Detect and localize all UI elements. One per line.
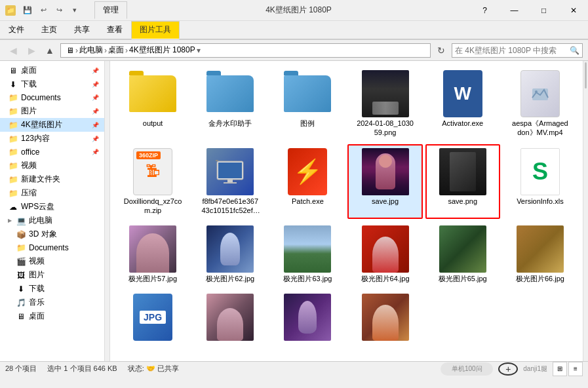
grid-view-btn[interactable]: ⊞ [553,362,567,376]
file-item-doxillion-zip[interactable]: 🗜 360ZIP Doxilliondq_xz7com.zip [115,144,190,220]
sidebar-item-4k-wallpaper[interactable]: 📁 4K壁纸图片 📌 [0,118,104,132]
sidebar-item-music-pc[interactable]: 🎵 音乐 [0,296,104,309]
file-item-versioninfo-xls[interactable]: S VersionInfo.xls [503,144,578,220]
sidebar-item-3d[interactable]: 📦 3D 对象 [0,227,104,241]
watermark-1: 单机100问 [441,362,493,376]
3d-icon: 📦 [16,229,26,240]
zoom-btn[interactable]: + [498,362,518,376]
save-quick-btn[interactable]: 💾 [21,4,34,17]
sidebar-item-documents-pc[interactable]: 📁 Documents [0,241,104,254]
sidebar-label: 新建文件夹 [21,174,60,185]
sidebar: 🖥 桌面 📌 ⬇ 下载 📌 📁 Documents 📌 📁 图片 📌 📁 4K壁… [0,61,105,361]
sidebar-item-video-pc[interactable]: 🎬 视频 [0,254,104,268]
content-scrollbar[interactable] [583,61,588,361]
sidebar-item-desktop-pc[interactable]: 🖥 桌面 [0,309,104,323]
dropdown-quick-btn[interactable]: ▾ [68,4,81,17]
sidebar-item-wps-cloud[interactable]: ☁ WPS云盘 [0,200,104,214]
file-item-aurora65[interactable]: 极光图片65.jpg [425,222,500,287]
path-part-3[interactable]: 4K壁纸图片 1080P [129,45,195,56]
sidebar-item-office[interactable]: 📁 office 📌 [0,146,104,159]
file-item-aurora63[interactable]: 极光图片63.jpg [270,222,345,287]
file-item-save-png[interactable]: save.png [425,144,500,220]
sidebar-label: 图片 [29,269,45,281]
file-item-bottom2[interactable] [193,290,267,346]
sidebar-item-this-pc[interactable]: ▶ 💻 此电脑 [0,214,104,227]
ribbon-tab-file[interactable]: 文件 [0,21,33,39]
path-part-1[interactable]: 此电脑 [79,45,103,56]
nav-up-btn[interactable]: ▲ [42,43,58,58]
svg-rect-3 [218,163,242,178]
address-path[interactable]: 🖥 › 此电脑 › 桌面 › 4K壁纸图片 1080P ▾ [60,43,431,58]
sidebar-label: WPS云盘 [21,201,54,212]
ribbon: 文件 主页 共享 查看 图片工具 [0,21,588,40]
desktop-icon: 🖥 [8,66,18,76]
sidebar-item-desktop-quick[interactable]: 🖥 桌面 📌 [0,64,104,77]
file-name: Doxilliondq_xz7com.zip [123,197,182,216]
file-name: save.png [448,197,477,206]
ribbon-tab-share[interactable]: 共享 [66,21,98,39]
file-item-patch-exe[interactable]: ⚡ Patch.exe [270,144,345,220]
file-item-f8fb-png[interactable]: f8fb47e0e61e36743c10151fc52efaf9.png [193,144,267,220]
undo-quick-btn[interactable]: ↩ [37,4,50,17]
title-bar-left: 📁 💾 ↩ ↪ ▾ [0,4,89,17]
file-name: 图例 [300,119,315,128]
sidebar-item-pictures-pc[interactable]: 🖼 图片 [0,268,104,282]
path-part-2[interactable]: 桌面 [108,45,124,56]
file-item-tuli[interactable]: 图例 [270,66,345,142]
ribbon-tab-picture-tools[interactable]: 图片工具 [131,21,180,39]
minimize-btn[interactable]: — [500,0,529,21]
nav-forward-btn[interactable]: ▶ [24,43,39,58]
sidebar-item-documents-quick[interactable]: 📁 Documents 📌 [0,91,104,104]
file-item-aurora57[interactable]: 极光图片57.jpg [115,222,190,287]
sidebar-label: 桌面 [21,65,37,76]
app-icon: 📁 [5,5,16,16]
file-item-activator[interactable]: W Activator.exe [425,66,500,142]
file-item-bottom4[interactable] [347,290,422,346]
ribbon-tab-home[interactable]: 主页 [33,21,66,39]
pin-icon: 📌 [92,94,99,101]
sidebar-item-video[interactable]: 📁 视频 [0,159,104,172]
sidebar-item-123content[interactable]: 📁 123内容 📌 [0,132,104,146]
file-name: aespa《Armageddon》MV.mp4 [511,119,570,138]
music-icon: 🎵 [16,298,26,308]
file-item-output[interactable]: output [115,66,190,142]
file-item-aurora64[interactable]: 极光图片64.jpg [347,222,422,287]
refresh-btn[interactable]: ↻ [433,43,449,58]
file-item-aurora66[interactable]: 极光图片66.jpg [503,222,578,287]
sidebar-item-downloads-pc[interactable]: ⬇ 下载 [0,282,104,296]
sidebar-label: Documents [21,93,61,102]
sidebar-item-pictures-quick[interactable]: 📁 图片 📌 [0,104,104,118]
sidebar-label: Documents [29,243,69,252]
file-thumb [284,225,331,273]
sidebar-label: 桌面 [29,311,45,322]
manage-tab[interactable]: 管理 [94,1,127,19]
search-box[interactable]: 🔍 [452,43,583,58]
sidebar-item-downloads-quick[interactable]: ⬇ 下载 📌 [0,77,104,91]
pin-icon: 📌 [92,136,99,142]
file-thumb [284,294,331,341]
folder-icon: 📁 [8,92,18,103]
file-item-aespa[interactable]: aespa《Armageddon》MV.mp4 [503,66,578,142]
file-item-2024png[interactable]: 2024-01-08_103059.png [347,66,422,142]
maximize-btn[interactable]: □ [529,0,559,21]
file-item-save-jpg[interactable]: save.jpg [347,144,422,220]
sidebar-item-compressed[interactable]: 📁 压缩 [0,186,104,200]
sidebar-scrollbar[interactable] [105,61,110,361]
file-item-jpg-large[interactable]: JPG [115,290,190,346]
redo-quick-btn[interactable]: ↪ [52,4,66,17]
expand-icon: ▶ [8,218,12,223]
file-thumb: JPG [129,294,176,341]
ribbon-tab-view[interactable]: 查看 [98,21,131,39]
file-item-jinshuishuiyin[interactable]: 金舟水印助手 [193,66,267,142]
search-input[interactable] [455,46,570,55]
file-item-aurora62[interactable]: 极光图片62.jpg [193,222,267,287]
close-btn[interactable]: ✕ [559,0,588,21]
title-bar-tabs: 管理 [94,1,127,19]
nav-back-btn[interactable]: ◀ [5,43,21,58]
list-view-btn[interactable]: ≡ [568,362,583,376]
file-thumb: 🗜 360ZIP [129,148,176,195]
sidebar-item-new-folder[interactable]: 📁 新建文件夹 [0,172,104,186]
help-btn[interactable]: ? [470,0,500,21]
file-item-bottom3[interactable] [270,290,345,346]
file-name: 金舟水印助手 [208,119,252,128]
